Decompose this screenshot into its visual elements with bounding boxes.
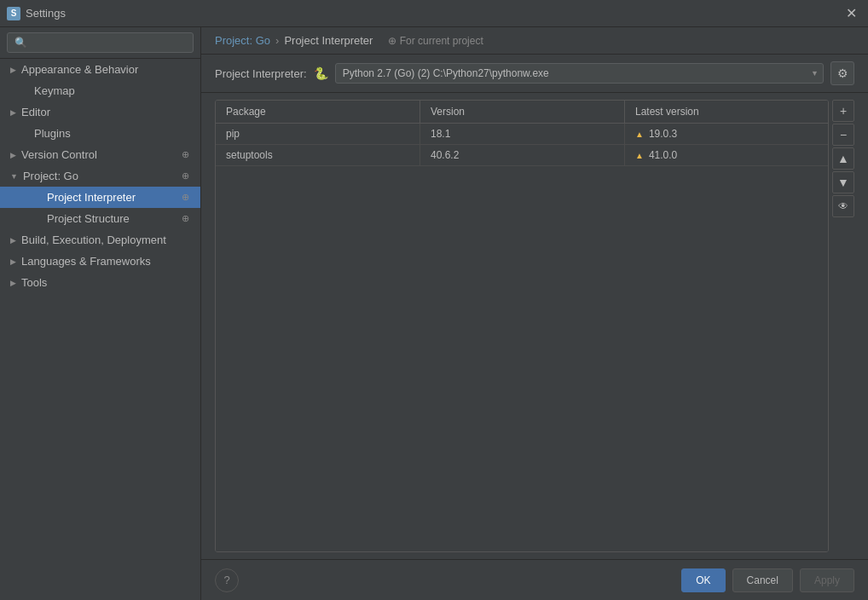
page-icon: ⊕ — [182, 213, 194, 225]
show-details-button[interactable]: 👁 — [832, 195, 854, 217]
cell-package: setuptools — [216, 145, 420, 165]
sidebar-item-version-control[interactable]: ▶ Version Control ⊕ — [0, 144, 200, 165]
sidebar-item-label: Appearance & Behavior — [21, 63, 194, 76]
column-version[interactable]: Version — [420, 101, 625, 123]
help-button[interactable]: ? — [215, 568, 239, 592]
cancel-button[interactable]: Cancel — [732, 568, 793, 592]
search-input[interactable] — [7, 32, 194, 53]
interpreter-select-wrapper[interactable]: Python 2.7 (Go) (2) C:\Python27\pythonw.… — [335, 63, 824, 84]
interpreter-select-display[interactable]: Python 2.7 (Go) (2) C:\Python27\pythonw.… — [335, 63, 824, 84]
sidebar-item-project-interpreter[interactable]: Project Interpreter ⊕ — [0, 187, 200, 208]
sidebar: ▶ Appearance & Behavior Keymap ▶ Editor … — [0, 27, 201, 600]
sidebar-item-languages[interactable]: ▶ Languages & Frameworks — [0, 251, 200, 272]
cell-version: 18.1 — [420, 124, 625, 144]
sidebar-item-tools[interactable]: ▶ Tools — [0, 272, 200, 293]
interpreter-row: Project Interpreter: 🐍 Python 2.7 (Go) (… — [201, 55, 868, 93]
table-row[interactable]: setuptools 40.6.2 ▲ 41.0.0 — [216, 145, 828, 166]
sidebar-item-label: Build, Execution, Deployment — [21, 234, 194, 246]
breadcrumb-tag: ⊕ For current project — [388, 35, 483, 47]
breadcrumb-separator: › — [275, 34, 279, 47]
window-title: Settings — [26, 7, 841, 20]
app-icon: S — [7, 7, 20, 20]
ok-button[interactable]: OK — [681, 568, 725, 592]
sidebar-item-label: Project Interpreter — [47, 191, 178, 204]
sidebar-item-build-execution[interactable]: ▶ Build, Execution, Deployment — [0, 229, 200, 251]
sidebar-item-appearance[interactable]: ▶ Appearance & Behavior — [0, 59, 200, 80]
arrow-icon: ▶ — [10, 236, 16, 245]
sidebar-item-project-structure[interactable]: Project Structure ⊕ — [0, 208, 200, 229]
arrow-icon: ▶ — [10, 151, 16, 159]
upgrade-arrow-icon: ▲ — [635, 151, 644, 160]
arrow-icon: ▶ — [10, 279, 16, 287]
remove-package-button[interactable]: − — [832, 124, 854, 146]
search-container — [0, 27, 200, 59]
breadcrumb-current: Project Interpreter — [284, 34, 373, 47]
cell-latest: ▲ 41.0.0 — [625, 145, 828, 165]
sidebar-item-label: Project: Go — [23, 170, 178, 182]
packages-table: Package Version Latest version pip 18.1 … — [215, 100, 829, 552]
sidebar-item-plugins[interactable]: Plugins — [0, 123, 200, 144]
page-icon: ⊕ — [182, 192, 194, 204]
sidebar-item-label: Editor — [21, 106, 194, 118]
cell-package: pip — [216, 124, 420, 144]
table-row[interactable]: pip 18.1 ▲ 19.0.3 — [216, 124, 828, 145]
sidebar-item-label: Version Control — [21, 148, 178, 161]
latest-version-value: 19.0.3 — [649, 128, 677, 140]
project-icon: ⊕ — [182, 170, 194, 182]
breadcrumb: Project: Go › Project Interpreter ⊕ For … — [201, 27, 868, 55]
breadcrumb-parent[interactable]: Project: Go — [215, 34, 270, 47]
cell-version: 40.6.2 — [420, 145, 625, 165]
scroll-up-button[interactable]: ▲ — [832, 147, 854, 170]
add-package-button[interactable]: + — [832, 100, 854, 122]
bottom-bar: ? OK Cancel Apply — [201, 559, 868, 600]
sidebar-item-label: Tools — [21, 276, 194, 289]
table-actions: + − ▲ ▼ 👁 — [832, 100, 854, 552]
table-body: pip 18.1 ▲ 19.0.3 setuptools 40.6.2 ▲ — [216, 124, 828, 551]
close-button[interactable]: ✕ — [841, 3, 861, 24]
main-content: ▶ Appearance & Behavior Keymap ▶ Editor … — [0, 27, 868, 600]
sidebar-item-project-go[interactable]: ▼ Project: Go ⊕ — [0, 165, 200, 187]
sidebar-item-label: Keymap — [34, 84, 194, 97]
cell-latest: ▲ 19.0.3 — [625, 124, 828, 144]
title-bar: S Settings ✕ — [0, 0, 868, 27]
arrow-icon: ▶ — [10, 257, 16, 266]
column-package[interactable]: Package — [216, 101, 420, 123]
right-panel: Project: Go › Project Interpreter ⊕ For … — [201, 27, 868, 600]
arrow-icon: ▼ — [10, 172, 18, 181]
sidebar-item-label: Project Structure — [47, 212, 178, 225]
apply-button[interactable]: Apply — [800, 568, 854, 592]
latest-version-value: 41.0.0 — [649, 149, 677, 161]
packages-area: Package Version Latest version pip 18.1 … — [201, 93, 868, 559]
sidebar-item-label: Plugins — [34, 127, 194, 140]
scroll-down-button[interactable]: ▼ — [832, 171, 854, 193]
vcs-icon: ⊕ — [182, 149, 194, 161]
upgrade-arrow-icon: ▲ — [635, 130, 644, 139]
sidebar-item-editor[interactable]: ▶ Editor — [0, 101, 200, 123]
sidebar-item-keymap[interactable]: Keymap — [0, 80, 200, 101]
interpreter-emoji: 🐍 — [314, 66, 328, 80]
gear-button[interactable]: ⚙ — [830, 61, 854, 85]
table-header: Package Version Latest version — [216, 101, 828, 124]
sidebar-item-label: Languages & Frameworks — [21, 255, 194, 268]
column-latest[interactable]: Latest version — [625, 101, 828, 123]
arrow-icon: ▶ — [10, 66, 16, 74]
arrow-icon: ▶ — [10, 108, 16, 117]
interpreter-label: Project Interpreter: — [215, 67, 307, 80]
